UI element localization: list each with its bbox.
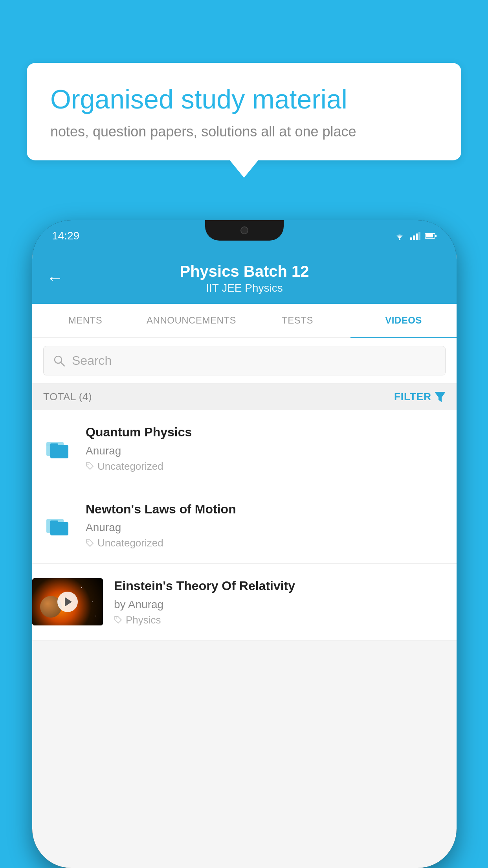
svg-rect-1 [410,237,412,240]
video-tag: Physics [114,614,446,626]
folder-icon [43,509,75,541]
signal-icon [410,232,420,240]
tag-icon [86,539,94,548]
svg-rect-4 [418,232,420,240]
tag-icon [114,616,123,624]
video-info: Quantum Physics Anurag Uncategorized [86,424,446,473]
battery-icon [425,233,437,239]
video-info: Newton's Laws of Motion Anurag Uncategor… [86,501,446,550]
status-time: 14:29 [52,230,79,242]
search-container: Search [32,338,457,384]
search-icon [53,355,66,367]
svg-rect-13 [50,443,58,447]
bubble-subtitle: notes, question papers, solutions all at… [50,123,438,140]
svg-rect-2 [413,235,415,240]
tab-announcements[interactable]: ANNOUNCEMENTS [138,304,244,337]
header-subtitle: IIT JEE Physics [48,282,441,294]
filter-row: TOTAL (4) FILTER [32,384,457,410]
search-placeholder: Search [72,353,112,368]
svg-rect-6 [435,235,437,237]
tab-videos[interactable]: VIDEOS [350,304,457,338]
total-count: TOTAL (4) [43,391,92,403]
back-button[interactable]: ← [46,268,64,288]
app-header: ← Physics Batch 12 IIT JEE Physics [32,252,457,304]
play-triangle-icon [65,597,72,607]
svg-point-14 [88,464,89,465]
speech-bubble: Organised study material notes, question… [27,63,461,160]
svg-rect-7 [426,234,433,237]
svg-point-18 [88,541,89,542]
play-button[interactable] [57,592,78,612]
tag-icon [86,462,94,471]
tabs-bar: MENTS ANNOUNCEMENTS TESTS VIDEOS [32,304,457,338]
video-thumbnail [32,578,103,625]
search-box[interactable]: Search [43,346,446,375]
video-title: Newton's Laws of Motion [86,501,446,518]
status-bar: 14:29 [32,220,457,252]
list-item[interactable]: Quantum Physics Anurag Uncategorized [32,410,457,487]
video-author: Anurag [86,521,446,534]
svg-marker-10 [435,392,446,402]
video-list: Quantum Physics Anurag Uncategorized [32,410,457,641]
video-info: Einstein's Theory Of Relativity by Anura… [114,578,446,626]
video-tag: Uncategorized [86,537,446,549]
tab-ments[interactable]: MENTS [32,304,138,337]
video-title: Einstein's Theory Of Relativity [114,578,446,594]
svg-rect-3 [416,234,418,240]
list-item[interactable]: Einstein's Theory Of Relativity by Anura… [32,564,457,641]
tab-tests[interactable]: TESTS [244,304,350,337]
video-title: Quantum Physics [86,424,446,441]
camera [240,226,248,234]
folder-icon [43,432,75,464]
phone-screen: ← Physics Batch 12 IIT JEE Physics MENTS… [32,252,457,868]
svg-rect-16 [50,522,68,535]
status-icons [394,232,437,240]
bubble-title: Organised study material [50,83,438,116]
header-title: Physics Batch 12 [48,263,441,280]
filter-button[interactable]: FILTER [394,391,446,403]
phone-notch [205,220,284,241]
svg-point-0 [399,239,400,240]
filter-icon [435,392,446,402]
svg-line-9 [61,362,65,366]
phone-frame: 14:29 [32,220,457,868]
video-author: by Anurag [114,598,446,611]
svg-rect-17 [50,520,58,524]
video-tag: Uncategorized [86,460,446,473]
svg-rect-12 [50,445,68,458]
video-author: Anurag [86,445,446,457]
list-item[interactable]: Newton's Laws of Motion Anurag Uncategor… [32,487,457,564]
wifi-icon [394,232,405,240]
svg-point-19 [116,618,117,619]
